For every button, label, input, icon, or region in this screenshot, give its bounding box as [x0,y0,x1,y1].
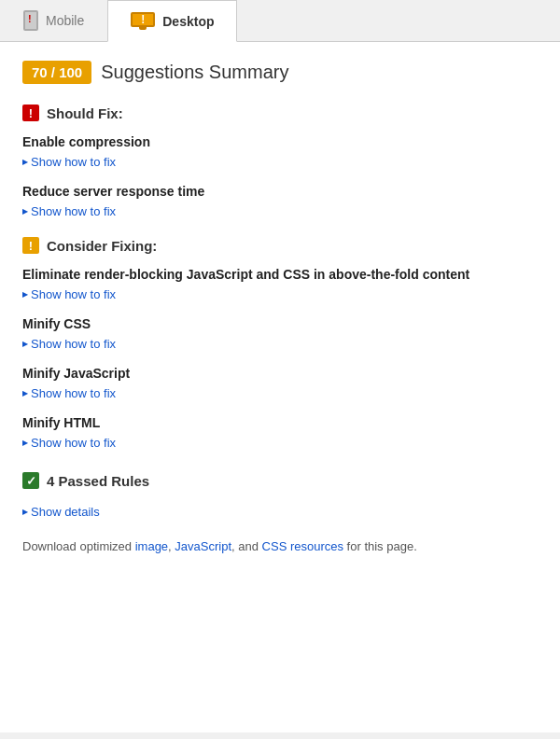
issue-minify-html: Minify HTML Show how to fix [22,415,538,450]
issue-name-minify-js: Minify JavaScript [22,366,538,381]
tab-desktop[interactable]: ! Desktop [107,0,237,42]
consider-fix-header: ! Consider Fixing: [22,237,538,254]
footer-image-link[interactable]: image [135,539,168,553]
should-fix-title: Should Fix: [47,105,123,121]
footer-prefix: Download optimized [22,539,135,553]
should-fix-header: ! Should Fix: [22,105,538,121]
issue-minify-css: Minify CSS Show how to fix [22,316,538,351]
issue-render-blocking: Eliminate render-blocking JavaScript and… [22,267,538,301]
tab-mobile[interactable]: ! Mobile [0,0,107,41]
issue-name-server: Reduce server response time [22,184,538,199]
issue-name-render: Eliminate render-blocking JavaScript and… [22,267,538,282]
tab-mobile-label: Mobile [46,13,84,28]
footer-js-link[interactable]: JavaScript [175,539,231,553]
issue-minify-js: Minify JavaScript Show how to fix [22,366,538,400]
passed-rules-header: ✓ 4 Passed Rules [22,472,538,489]
show-how-fix-css-link[interactable]: Show how to fix [22,337,116,351]
passed-rules-title: 4 Passed Rules [47,473,149,489]
consider-fix-icon: ! [22,237,39,254]
score-badge: 70 / 100 [22,61,91,84]
consider-fix-title: Consider Fixing: [47,238,157,254]
footer-sep2: , and [231,539,262,553]
footer-css-link[interactable]: CSS resources [262,539,343,553]
footer-suffix: for this page. [343,539,417,553]
issue-name-minify-css: Minify CSS [22,316,538,331]
footer: Download optimized image, JavaScript, an… [22,537,538,557]
show-how-fix-server-link[interactable]: Show how to fix [22,204,116,218]
score-row: 70 / 100 Suggestions Summary [22,61,538,84]
show-how-fix-render-link[interactable]: Show how to fix [22,287,116,301]
issue-server-response: Reduce server response time Show how to … [22,184,538,218]
passed-rules-section: ✓ 4 Passed Rules Show details [22,472,538,519]
show-how-fix-compression-link[interactable]: Show how to fix [22,155,116,169]
main-content: 70 / 100 Suggestions Summary ! Should Fi… [0,42,560,732]
desktop-icon: ! [131,12,155,30]
tab-bar: ! Mobile ! Desktop [0,0,560,42]
issue-name-minify-html: Minify HTML [22,415,538,430]
mobile-icon: ! [23,10,38,31]
score-title: Suggestions Summary [101,62,288,83]
issue-enable-compression: Enable compression Show how to fix [22,134,538,169]
show-how-fix-html-link[interactable]: Show how to fix [22,436,116,450]
tab-desktop-label: Desktop [162,14,214,29]
passed-rules-icon: ✓ [22,472,39,489]
issue-name-compression: Enable compression [22,134,538,149]
show-details-link[interactable]: Show details [22,505,100,519]
show-how-fix-js-link[interactable]: Show how to fix [22,386,116,400]
should-fix-icon: ! [22,105,39,121]
